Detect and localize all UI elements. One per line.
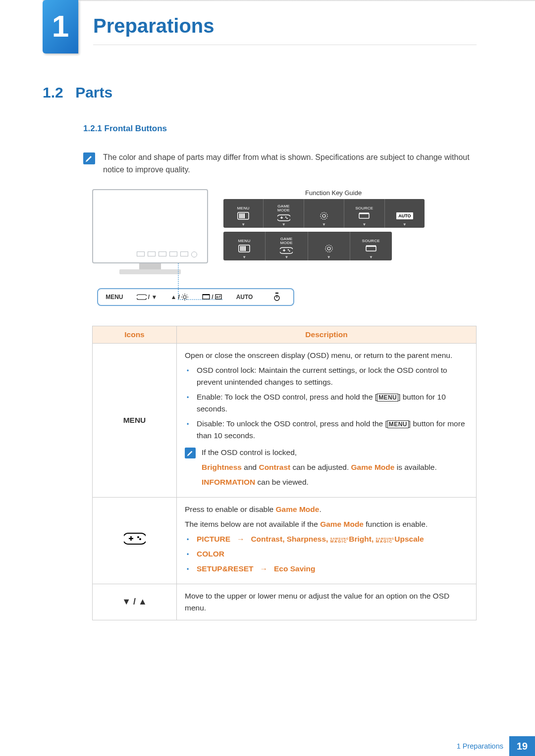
subsection-heading: 1.2.1 Frontal Buttons [83, 124, 477, 134]
th-icons: Icons [93, 326, 177, 343]
strip-up-bright: ▲ / [163, 294, 196, 301]
svg-point-22 [183, 296, 186, 299]
osd-source-label: SOURCE [355, 206, 373, 210]
svg-line-30 [187, 295, 187, 295]
svg-point-38 [137, 536, 139, 538]
svg-point-7 [286, 218, 287, 219]
svg-point-18 [289, 251, 290, 252]
source-icon [358, 212, 370, 220]
game-line2: The items below are not available if the… [185, 518, 468, 530]
footer-page-number: 19 [509, 736, 535, 756]
menu-bullet-disable: Disable: To unlock the OSD control, pres… [194, 418, 468, 442]
svg-rect-14 [244, 246, 246, 251]
svg-line-29 [182, 299, 183, 299]
osd-guide-row-2: MENU ▼ GAMEMODE ▼ ▼ SOURCE ▼ [223, 232, 392, 260]
title-rule [93, 45, 477, 45]
top-shadow [43, 0, 535, 1]
footer-chapter-label: 1 Preparations [457, 742, 503, 750]
game-bullet-color: COLOR [194, 548, 468, 560]
note-text: The color and shape of parts may differ … [103, 151, 477, 176]
th-description: Description [177, 326, 477, 343]
svg-rect-3 [243, 213, 245, 218]
gamepad-icon [93, 497, 177, 584]
game-line1: Press to enable or disable Game Mode. [185, 504, 468, 515]
arrows-desc: Move to the upper or lower menu or adjus… [177, 584, 477, 620]
menu-icon [237, 212, 249, 220]
function-key-guide-label: Function Key Guide [305, 189, 362, 197]
subnote-line1: If the OSD control is locked, [202, 447, 437, 458]
strip-menu: MENU [98, 294, 131, 301]
frontal-buttons-diagram: Function Key Guide MENU ▼ GAMEMODE ▼ ▼ S… [92, 189, 429, 318]
icons-description-table: Icons Description MENU Open or close the… [92, 326, 477, 620]
svg-point-9 [321, 212, 327, 219]
osd-menu-label: MENU [237, 206, 250, 210]
svg-rect-2 [241, 213, 243, 218]
note-icon [185, 448, 196, 458]
table-row-game: Press to enable or disable Game Mode. Th… [93, 497, 477, 584]
chapter-number-badge: 1 [43, 0, 78, 53]
chapter-title: Preparations [93, 15, 214, 37]
svg-point-39 [139, 538, 141, 540]
menu-inline-button-icon: MENU [387, 420, 409, 428]
svg-point-19 [327, 247, 330, 250]
svg-rect-13 [242, 246, 244, 251]
osd-guide-row-1: MENU ▼ GAMEMODE ▼ ▼ SOURCE ▼ AUTO ▼ [223, 199, 425, 228]
strip-power-icon [261, 293, 293, 302]
brightness-icon [319, 211, 329, 221]
section-heading: 1.2 Parts [43, 84, 477, 101]
physical-button-strip: MENU / ▼ ▲ / / AUTO [97, 288, 294, 306]
menu-desc-intro: Open or close the onscreen display (OSD)… [185, 350, 468, 361]
menu-bullet-enable: Enable: To lock the OSD control, press a… [194, 391, 468, 415]
icon-menu-label: MENU [93, 343, 177, 497]
note-block: The color and shape of parts may differ … [83, 151, 477, 176]
menu-bullet-lock: OSD control lock: Maintain the current s… [194, 364, 468, 388]
svg-point-17 [288, 249, 289, 250]
subnote-line2: Brightness and Contrast can be adjusted.… [202, 461, 437, 473]
strip-auto: AUTO [228, 294, 261, 301]
note-icon [83, 152, 95, 164]
svg-rect-5 [281, 216, 282, 219]
svg-rect-31 [203, 295, 210, 299]
menu-subnote: If the OSD control is locked, Brightness… [185, 447, 468, 488]
osd-game-label: GAMEMODE [277, 204, 290, 212]
page-footer: 1 Preparations 19 [0, 736, 535, 756]
osd-auto-label: AUTO [396, 212, 413, 219]
subnote-line3: INFORMATION can be viewed. [202, 476, 437, 488]
monitor-outline [92, 189, 208, 263]
svg-rect-1 [239, 213, 241, 218]
strip-game-down: / ▼ [131, 294, 163, 301]
svg-point-6 [285, 216, 286, 217]
table-row-menu: MENU Open or close the onscreen display … [93, 343, 477, 497]
svg-line-28 [187, 299, 187, 299]
svg-line-27 [182, 295, 183, 295]
strip-source-enter: / [196, 294, 228, 301]
gamepad-icon [277, 214, 290, 222]
section-title: Parts [75, 84, 112, 101]
svg-rect-12 [240, 246, 242, 251]
svg-rect-37 [130, 536, 132, 541]
game-bullet-setupreset: SETUP&RESET → Eco Saving [194, 563, 468, 575]
svg-point-20 [325, 245, 332, 252]
table-row-arrows: ▼ / ▲ Move to the upper or lower menu or… [93, 584, 477, 620]
svg-point-8 [322, 214, 325, 217]
down-up-arrow-icon: ▼ / ▲ [93, 584, 177, 620]
svg-rect-16 [284, 249, 285, 252]
svg-rect-33 [275, 293, 278, 294]
section-number: 1.2 [43, 84, 63, 101]
menu-inline-button-icon: MENU [377, 394, 398, 402]
game-bullet-picture: PICTURE → Contrast, Sharpness, SAMSUNGMA… [194, 533, 468, 545]
